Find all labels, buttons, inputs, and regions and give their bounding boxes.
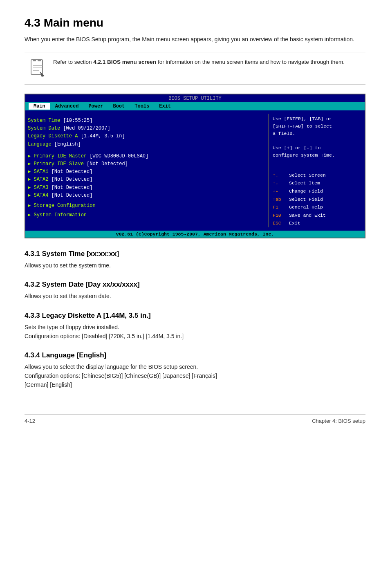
note-icon: [29, 58, 47, 79]
bios-row-sata2: ▶ SATA2 [Not Detected]: [28, 176, 265, 184]
section-434-heading: 4.3.4 Language [English]: [25, 351, 365, 359]
footer-page-number: 4-12: [25, 418, 35, 424]
bios-help-text: Use [ENTER], [TAB] or [SHIFT-TAB] to sel…: [273, 114, 362, 163]
svg-rect-2: [38, 59, 41, 61]
bios-row-sata3: ▶ SATA3 [Not Detected]: [28, 184, 265, 192]
key-select-field: Tab Select Field: [273, 195, 362, 204]
bios-menu-bar: Main Advanced Power Boot Tools Exit: [25, 102, 365, 110]
bios-menu-tools[interactable]: Tools: [130, 103, 154, 110]
bios-row-storage: ▶ Storage Configuration: [28, 202, 265, 210]
bios-menu-main[interactable]: Main: [29, 103, 50, 110]
key-esc: ESC Exit: [273, 219, 362, 227]
key-f10: F10 Save and Exit: [273, 211, 362, 220]
section-432-heading: 4.3.2 System Date [Day xx/xx/xxxx]: [25, 281, 365, 289]
footer-chapter: Chapter 4: BIOS setup: [312, 418, 365, 424]
intro-text: When you enter the BIOS Setup program, t…: [25, 35, 365, 44]
bios-row-pslave: ▶ Primary IDE Slave [Not Detected]: [28, 160, 265, 168]
section-431-text: Allows you to set the system time.: [25, 261, 365, 270]
bios-row-sata4: ▶ SATA4 [Not Detected]: [28, 192, 265, 200]
key-select-item: ↑↓ Select Item: [273, 179, 362, 187]
bios-row-systime: System Time [10:55:25]: [28, 117, 265, 125]
bios-menu-advanced[interactable]: Advanced: [50, 103, 84, 110]
section-434-text: Allows you to select the display languag…: [25, 363, 365, 389]
bios-copyright-bar: v02.61 (C)Copyright 1985-2007, American …: [25, 231, 365, 238]
bios-key-legend: ↑↓ Select Screen ↑↓ Select Item +- Chang…: [273, 171, 362, 227]
key-select-screen: ↑↓ Select Screen: [273, 171, 362, 180]
bios-sidebar: Use [ENTER], [TAB] or [SHIFT-TAB] to sel…: [268, 114, 362, 227]
bios-row-diskette: Legacy Diskette A [1.44M, 3.5 in]: [28, 132, 265, 140]
bios-screen: BIOS SETUP UTILITY Main Advanced Power B…: [25, 94, 365, 238]
bios-row-pmaster: ▶ Primary IDE Master [WDC WD800JD-00LSA0…: [28, 153, 265, 160]
section-431-heading: 4.3.1 System Time [xx:xx:xx]: [25, 250, 365, 258]
bios-menu-power[interactable]: Power: [83, 103, 108, 110]
bios-title-bar: BIOS SETUP UTILITY: [25, 94, 365, 102]
bios-row-sysdate: System Date [Wed 09/12/2007]: [28, 125, 265, 132]
note-box: Refer to section 4.2.1 BIOS menu screen …: [25, 52, 365, 85]
svg-rect-1: [33, 59, 36, 61]
page-title: 4.3 Main menu: [25, 16, 365, 29]
bios-menu-exit[interactable]: Exit: [154, 103, 176, 110]
note-text-content: Refer to section 4.2.1 BIOS menu screen …: [53, 58, 345, 67]
key-f1: F1 General Help: [273, 203, 362, 211]
section-433-text: Sets the type of floppy drive installed.…: [25, 323, 365, 341]
svg-rect-0: [31, 60, 43, 74]
key-change-field: +- Change Field: [273, 187, 362, 195]
bios-menu-boot[interactable]: Boot: [108, 103, 130, 110]
bios-center-panel: System Time [10:55:25] System Date [Wed …: [28, 114, 268, 227]
bios-row-language: Language [English]: [28, 141, 265, 148]
bios-body: System Time [10:55:25] System Date [Wed …: [25, 110, 365, 231]
footer: 4-12 Chapter 4: BIOS setup: [25, 414, 365, 424]
section-432-text: Allows you to set the system date.: [25, 292, 365, 301]
bios-row-sata1: ▶ SATA1 [Not Detected]: [28, 168, 265, 176]
bios-row-sysinfo: ▶ System Information: [28, 211, 265, 219]
section-433-heading: 4.3.3 Legacy Diskette A [1.44M, 3.5 in.]: [25, 312, 365, 320]
